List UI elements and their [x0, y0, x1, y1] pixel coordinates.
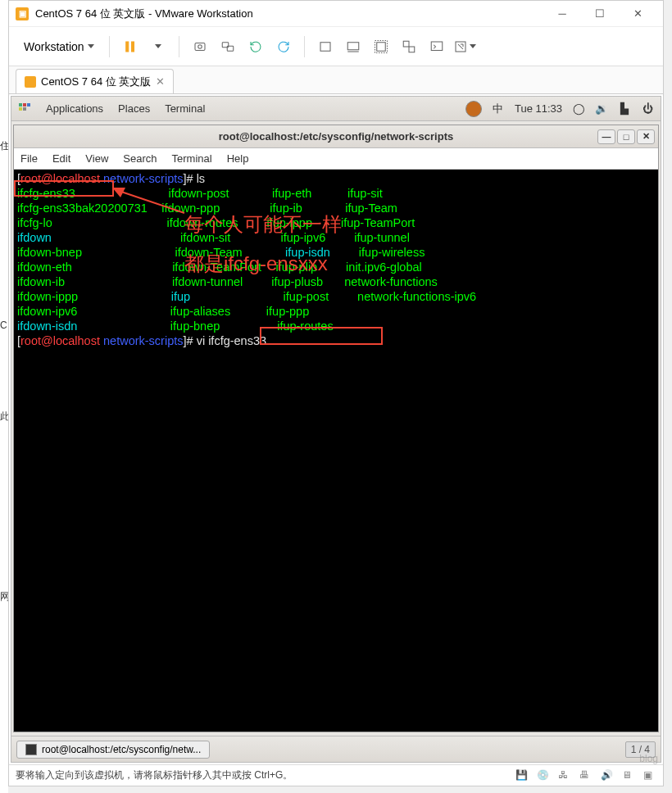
gnome-bottom-panel: root@localhost:/etc/sysconfig/netw... 1 …	[11, 736, 661, 762]
unity-button[interactable]	[397, 34, 421, 59]
term-close-button[interactable]: ✕	[637, 129, 655, 144]
tab-close-icon[interactable]: ✕	[156, 75, 165, 88]
vmware-titlebar: ▣ CentOS 7 64 位 英文版 - VMware Workstation…	[9, 1, 663, 27]
terminal-window: root@localhost:/etc/sysconfig/network-sc…	[13, 125, 659, 732]
term-menu-terminal[interactable]: Terminal	[172, 152, 212, 165]
terminal-menu-bar: File Edit View Search Terminal Help	[14, 148, 658, 170]
forward-button[interactable]	[271, 34, 296, 59]
vmware-window: ▣ CentOS 7 64 位 英文版 - VMware Workstation…	[8, 0, 664, 786]
display-icon[interactable]: 🖥	[622, 769, 635, 782]
watermark: blog	[639, 753, 658, 764]
stretch-button[interactable]	[452, 34, 477, 59]
network-icon[interactable]: ▙	[618, 102, 631, 115]
svg-rect-16	[23, 103, 26, 106]
term-minimize-button[interactable]: —	[597, 129, 615, 144]
power-icon[interactable]: ⏻	[641, 102, 654, 115]
console-button[interactable]	[425, 34, 449, 59]
annotation-arrow-icon	[111, 184, 193, 217]
cd-icon[interactable]: 💿	[537, 769, 550, 782]
workstation-menu[interactable]: Workstation	[17, 37, 101, 57]
net-icon[interactable]: 🖧	[558, 769, 571, 782]
sound-icon[interactable]: 🔊	[601, 769, 614, 782]
svg-rect-7	[347, 42, 359, 49]
play-dropdown-icon[interactable]	[146, 34, 170, 59]
revert-button[interactable]	[243, 34, 268, 59]
svg-rect-1	[131, 42, 134, 52]
close-button[interactable]: ✕	[619, 2, 656, 26]
taskbar-terminal-button[interactable]: root@localhost:/etc/sysconfig/netw...	[16, 741, 210, 759]
term-menu-search[interactable]: Search	[123, 152, 157, 165]
term-menu-help[interactable]: Help	[227, 152, 249, 165]
vmware-status-bar: 要将输入定向到该虚拟机，请将鼠标指针移入其中或按 Ctrl+G。 💾 💿 🖧 🖶…	[9, 764, 663, 786]
vm-tab[interactable]: CentOS 7 64 位 英文版 ✕	[16, 69, 174, 93]
accessibility-icon[interactable]: ◯	[572, 102, 585, 115]
terminal-body[interactable]: [root@localhost network-scripts]# ls ifc…	[14, 170, 658, 732]
annotation-text-2: 都是ifcfg-ensxxx	[184, 251, 328, 276]
clock[interactable]: Tue 11:33	[515, 102, 562, 115]
annotation-text-1: 每个人可能不一样	[184, 212, 342, 237]
svg-line-20	[119, 191, 184, 213]
snapshot-manage-button[interactable]	[216, 34, 240, 59]
svg-rect-9	[376, 42, 385, 51]
status-hint: 要将输入定向到该虚拟机，请将鼠标指针移入其中或按 Ctrl+G。	[16, 768, 293, 782]
view-console-button[interactable]	[341, 34, 366, 59]
chevron-down-icon	[88, 44, 94, 48]
term-menu-file[interactable]: File	[20, 152, 38, 165]
term-menu-edit[interactable]: Edit	[52, 152, 70, 165]
pause-button[interactable]	[118, 34, 143, 59]
svg-rect-18	[19, 107, 22, 111]
vmware-tabstrip: CentOS 7 64 位 英文版 ✕	[9, 66, 663, 94]
guest-display[interactable]: Applications Places Terminal 中 Tue 11:33…	[11, 96, 661, 763]
svg-rect-0	[125, 42, 128, 52]
volume-icon[interactable]: 🔉	[595, 102, 608, 115]
notification-icon[interactable]	[465, 101, 482, 117]
snapshot-button[interactable]	[188, 34, 212, 59]
gnome-applications-menu[interactable]: Applications	[46, 102, 103, 115]
printer-icon[interactable]: 🖶	[579, 769, 593, 782]
gnome-terminal-menu[interactable]: Terminal	[165, 102, 205, 115]
svg-rect-12	[409, 47, 415, 52]
svg-point-3	[198, 44, 202, 48]
fullscreen-button[interactable]	[369, 34, 393, 59]
terminal-titlebar[interactable]: root@localhost:/etc/sysconfig/network-sc…	[14, 125, 658, 148]
view-single-button[interactable]	[313, 34, 338, 59]
svg-rect-11	[403, 41, 409, 47]
gnome-top-bar: Applications Places Terminal 中 Tue 11:33…	[11, 97, 661, 121]
activities-icon[interactable]	[18, 102, 31, 116]
maximize-button[interactable]: ☐	[581, 2, 619, 26]
vmware-title: CentOS 7 64 位 英文版 - VMware Workstation	[35, 7, 543, 21]
annotation-box-2	[260, 327, 383, 345]
svg-rect-15	[19, 103, 22, 106]
gnome-places-menu[interactable]: Places	[118, 102, 150, 115]
vmware-toolbar: Workstation	[9, 27, 663, 66]
hd-icon[interactable]: 💾	[515, 769, 529, 782]
usb-icon[interactable]: ▣	[643, 769, 656, 782]
ime-indicator[interactable]: 中	[492, 102, 505, 116]
annotation-box-1	[14, 180, 114, 197]
minimize-button[interactable]: ─	[543, 2, 581, 26]
svg-rect-6	[320, 42, 330, 51]
svg-rect-19	[23, 107, 26, 111]
svg-rect-2	[195, 43, 205, 50]
desktop-letter: C	[0, 319, 7, 331]
tab-vm-icon	[25, 76, 36, 88]
svg-rect-13	[431, 42, 443, 51]
term-menu-view[interactable]: View	[85, 152, 108, 165]
vmware-logo-icon: ▣	[16, 7, 29, 20]
term-maximize-button[interactable]: □	[617, 129, 635, 144]
terminal-task-icon	[25, 744, 37, 755]
svg-rect-17	[27, 103, 30, 106]
